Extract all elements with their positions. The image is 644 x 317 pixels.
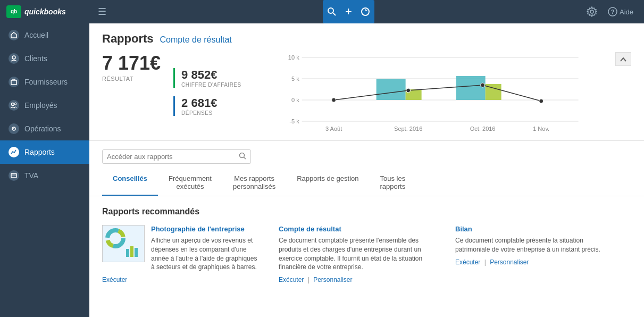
execute-bilan-link[interactable]: Exécuter [455, 258, 480, 266]
refresh-button[interactable] [356, 0, 374, 23]
svg-point-32 [539, 99, 543, 103]
expense-label: DÉPENSES [181, 110, 241, 116]
customize-compte-link[interactable]: Personnaliser [313, 276, 352, 283]
execute-compte-link[interactable]: Exécuter [279, 276, 304, 283]
refresh-icon [361, 7, 370, 16]
bar-chart: 10 k 5 k 0 k -5 k [254, 47, 615, 132]
card-title-photographie[interactable]: Photographie de l'entreprise [151, 225, 262, 233]
card-actions-photographie: Exécuter [102, 276, 262, 283]
svg-point-5 [590, 10, 593, 13]
sidebar-item-rapports[interactable]: Rapports [0, 140, 89, 164]
sidebar-label-fournisseurs: Fournisseurs [24, 78, 68, 86]
summary-divider: 9 852€ CHIFFRE D'AFFAIRES 2 681€ DÉPENSE… [173, 52, 254, 132]
expense-amount: 2 681€ [181, 96, 241, 110]
tva-icon [9, 170, 19, 181]
mini-chart-icon [105, 228, 142, 260]
svg-rect-41 [126, 249, 129, 257]
svg-point-30 [406, 88, 410, 93]
main-content: Rapports Compte de résultat 7 171€ RÉSUL… [89, 23, 644, 317]
svg-rect-43 [135, 248, 138, 257]
card-desc-compte: Ce document comptable présente l'ensembl… [279, 236, 438, 272]
sidebar-item-employes[interactable]: Employés [0, 94, 89, 117]
help-label: Aide [620, 8, 633, 16]
svg-point-37 [240, 153, 245, 158]
collapse-button[interactable] [615, 52, 631, 66]
qb-logo-icon: qb [9, 6, 19, 16]
tab-conseilles[interactable]: Conseillés [102, 170, 158, 196]
customize-bilan-link[interactable]: Personnaliser [490, 258, 529, 266]
card-top-row-1: Photographie de l'entreprise Affiche un … [102, 225, 262, 276]
svg-point-14 [13, 128, 14, 129]
sidebar-item-tva[interactable]: TVA [0, 164, 89, 187]
svg-point-12 [14, 103, 16, 105]
recommended-section: Rapports recommandés [89, 196, 644, 294]
chevron-up-icon [620, 57, 626, 62]
accueil-icon [9, 30, 19, 40]
logo-text: quickbooks [24, 7, 66, 16]
search-input[interactable] [107, 153, 239, 161]
card-desc-bilan: Ce document comptable présente la situat… [455, 236, 615, 254]
svg-rect-27 [456, 76, 485, 100]
svg-text:Sept. 2016: Sept. 2016 [394, 126, 422, 132]
actions-separator-2: | [484, 258, 488, 266]
svg-text:qb: qb [11, 9, 17, 14]
sidebar-item-clients[interactable]: Clients [0, 47, 89, 70]
chart-area: 10 k 5 k 0 k -5 k [254, 47, 615, 132]
revenue-summary: 9 852€ CHIFFRE D'AFFAIRES [173, 68, 241, 88]
help-icon: ? [608, 7, 617, 16]
tabs-section: Conseillés Fréquemment exécutés Mes rapp… [89, 141, 644, 196]
tab-gestion[interactable]: Rapports de gestion [286, 170, 369, 196]
card-photographie: Photographie de l'entreprise Affiche un … [102, 225, 262, 283]
svg-rect-42 [130, 246, 133, 257]
svg-rect-10 [11, 80, 16, 85]
hamburger-button[interactable]: ☰ [89, 0, 115, 23]
card-compte-resultat: Compte de résultat Ce document comptable… [279, 225, 438, 283]
sidebar-item-fournisseurs[interactable]: Fournisseurs [0, 70, 89, 94]
search-bar[interactable] [102, 149, 251, 164]
tabs-row: Conseillés Fréquemment exécutés Mes rapp… [102, 170, 631, 196]
svg-line-38 [244, 157, 246, 160]
card-actions-bilan: Exécuter | Personnaliser [455, 258, 615, 266]
recommended-grid: Photographie de l'entreprise Affiche un … [102, 225, 631, 283]
sidebar-label-employes: Employés [24, 101, 57, 110]
search-icon [239, 152, 246, 161]
logo-area: qb quickbooks [0, 0, 89, 23]
nav-center: + [115, 0, 582, 23]
main-layout: Accueil Clients Fournisseurs Employés Op… [0, 23, 644, 317]
svg-point-2 [328, 8, 333, 13]
main-label: RÉSULTAT [102, 76, 161, 82]
add-button[interactable]: + [341, 0, 356, 23]
nav-icon-group: + [323, 0, 374, 23]
report-header: Rapports Compte de résultat 7 171€ RÉSUL… [89, 23, 644, 141]
report-subtitle[interactable]: Compte de résultat [160, 35, 232, 45]
help-button[interactable]: ? Aide [604, 0, 638, 23]
search-button[interactable] [323, 0, 341, 23]
execute-photographie-link[interactable]: Exécuter [102, 276, 127, 283]
sidebar-item-operations[interactable]: Opérations [0, 117, 89, 140]
sidebar-item-accueil[interactable]: Accueil [0, 23, 89, 47]
expense-summary: 2 681€ DÉPENSES [173, 96, 241, 116]
search-icon [327, 7, 337, 16]
rapports-icon [9, 147, 19, 157]
card-bilan: Bilan Ce document comptable présente la … [455, 225, 615, 266]
svg-marker-8 [11, 32, 16, 38]
tab-mes-rapports[interactable]: Mes rapports personnalisés [222, 170, 286, 196]
card-title-compte[interactable]: Compte de résultat [279, 225, 438, 233]
tab-frequemment[interactable]: Fréquemment exécutés [158, 170, 222, 196]
card-title-bilan[interactable]: Bilan [455, 225, 615, 233]
card-content-1: Photographie de l'entreprise Affiche un … [151, 225, 262, 276]
operations-icon [9, 123, 19, 134]
employes-icon [9, 100, 19, 111]
svg-point-11 [12, 103, 14, 106]
svg-text:3 Août: 3 Août [325, 126, 342, 132]
fournisseurs-icon [9, 77, 19, 87]
revenue-amount: 9 852€ [181, 68, 241, 82]
svg-text:Oct. 2016: Oct. 2016 [470, 126, 496, 132]
actions-separator-1: | [308, 276, 311, 283]
main-amount: 7 171€ [102, 52, 161, 74]
report-title-row: Rapports Compte de résultat [102, 32, 631, 46]
settings-button[interactable] [582, 0, 601, 23]
revenue-label: CHIFFRE D'AFFAIRES [181, 82, 241, 88]
svg-point-29 [331, 98, 336, 102]
tab-tous[interactable]: Tous les rapports [370, 170, 416, 196]
